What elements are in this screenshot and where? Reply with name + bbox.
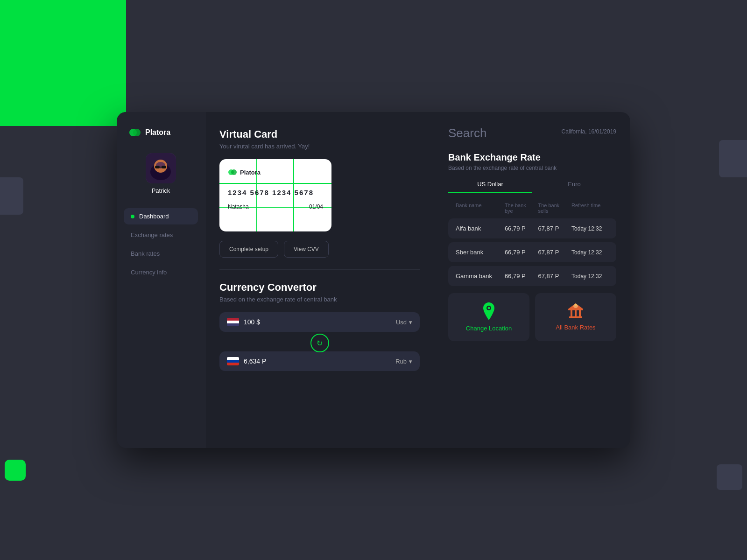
col-bank-buy: The bank bye xyxy=(505,203,536,214)
avatar-svg xyxy=(146,153,176,183)
bottom-action-cards: Change Location xyxy=(448,293,616,341)
svg-rect-7 xyxy=(162,166,166,168)
sidebar-label-bank-rates: Bank rates xyxy=(131,250,160,257)
card-number: 1234 5678 1234 5678 xyxy=(228,189,323,196)
logo-text: Platora xyxy=(145,128,170,137)
to-amount: 6,634 P xyxy=(244,357,266,365)
alfa-bank-name: Alfa bank xyxy=(456,225,502,232)
tab-usd[interactable]: US Dollar xyxy=(448,181,532,193)
logo-area: Platora xyxy=(128,126,170,139)
avatar-container: Patrick xyxy=(146,153,176,194)
card-logo-text: Platora xyxy=(240,169,261,176)
alfa-bank-time: Today 12:32 xyxy=(571,225,609,232)
swap-currency-button[interactable]: ↻ xyxy=(310,334,329,352)
alfa-bank-sell: 67,87 P xyxy=(538,225,569,232)
from-currency-label: Usd xyxy=(396,319,407,326)
currency-tabs: US Dollar Euro xyxy=(448,181,616,193)
bank-building-icon xyxy=(567,302,584,319)
view-cvv-button[interactable]: View CVV xyxy=(284,241,329,258)
change-location-label: Change Location xyxy=(466,325,512,332)
card-buttons: Complete setup View CVV xyxy=(219,241,420,258)
avatar xyxy=(146,153,176,183)
bg-accent-left xyxy=(0,177,23,215)
us-flag xyxy=(227,318,239,326)
flag-ru-red xyxy=(227,363,239,365)
logo-icon xyxy=(128,126,141,139)
gamma-bank-sell: 67,87 P xyxy=(538,273,569,280)
flag-stripe-blue xyxy=(227,323,239,326)
col-bank-sell: The bank sells xyxy=(538,203,569,214)
bg-accent-right xyxy=(719,140,747,177)
bank-row-gamma: Gamma bank 66,79 P 67,87 P Today 12:32 xyxy=(448,266,616,286)
gamma-bank-time: Today 12:32 xyxy=(571,273,609,280)
svg-rect-17 xyxy=(568,309,583,310)
bank-row-alfa: Alfa bank 66,79 P 67,87 P Today 12:32 xyxy=(448,218,616,238)
from-currency-select[interactable]: Usd ▾ xyxy=(396,319,412,326)
sber-bank-time: Today 12:32 xyxy=(571,249,609,256)
card-bottom-row: Natasha 01/04 xyxy=(228,203,323,210)
avatar-name: Patrick xyxy=(152,187,170,194)
sidebar: Platora Patric xyxy=(117,112,205,448)
location-date: California, 16/01/2019 xyxy=(562,128,616,135)
ru-flag xyxy=(227,357,239,365)
sidebar-label-dashboard: Dashboard xyxy=(139,213,169,220)
search-area: Search xyxy=(448,126,486,140)
bg-green-blob xyxy=(0,0,126,126)
svg-rect-16 xyxy=(579,310,581,316)
card-grid-h1 xyxy=(219,183,331,184)
sidebar-label-exchange-rates: Exchange rates xyxy=(131,231,173,238)
bank-table-header: Bank name The bank bye The bank sells Re… xyxy=(448,203,616,218)
svg-point-20 xyxy=(575,304,577,306)
avatar-image xyxy=(146,153,176,183)
converter-to-row: 6,634 P Rub ▾ xyxy=(219,351,420,371)
virtual-card-subtitle: Your virutal card has arrived. Yay! xyxy=(219,143,420,150)
device-container: Platora Patric xyxy=(117,112,630,448)
sidebar-item-dashboard[interactable]: Dashboard xyxy=(124,208,198,224)
card-logo-icon xyxy=(228,168,237,177)
to-currency-select[interactable]: Rub ▾ xyxy=(395,358,412,365)
all-bank-rates-label: All Bank Rates xyxy=(556,324,595,331)
virtual-card-title: Virtual Card xyxy=(219,128,420,140)
svg-point-12 xyxy=(488,307,490,309)
sidebar-item-exchange-rates[interactable]: Exchange rates xyxy=(124,227,198,243)
bank-exchange-title: Bank Exchange Rate xyxy=(448,152,616,163)
location-icon xyxy=(481,302,496,320)
svg-point-10 xyxy=(231,169,237,175)
tab-eur[interactable]: Euro xyxy=(532,181,616,193)
card-logo-row: Platora xyxy=(228,168,323,177)
gamma-bank-buy: 66,79 P xyxy=(505,273,536,280)
bank-row-sber: Sber bank 66,79 P 67,87 P Today 12:32 xyxy=(448,242,616,262)
left-panel: Virtual Card Your virutal card has arriv… xyxy=(205,112,434,448)
complete-setup-button[interactable]: Complete setup xyxy=(219,241,278,258)
svg-rect-6 xyxy=(155,166,160,168)
right-header: Search California, 16/01/2019 xyxy=(448,126,616,140)
svg-point-1 xyxy=(133,129,141,136)
sber-bank-buy: 66,79 P xyxy=(505,249,536,256)
to-currency-label: Rub xyxy=(395,358,407,365)
to-currency-chevron: ▾ xyxy=(409,358,412,365)
bg-accent-bottom-right xyxy=(717,464,742,490)
right-panel: Search California, 16/01/2019 Bank Excha… xyxy=(434,112,630,448)
svg-rect-13 xyxy=(569,316,582,318)
from-amount: 100 $ xyxy=(244,318,260,326)
sidebar-item-currency-info[interactable]: Currency info xyxy=(124,264,198,280)
convertor-title: Currency Convertor xyxy=(219,281,420,294)
converter-from-row: 100 $ Usd ▾ xyxy=(219,312,420,332)
convertor-subtitle: Based on the exchange rate of central ba… xyxy=(219,296,420,303)
svg-rect-14 xyxy=(571,310,572,316)
all-bank-rates-card[interactable]: All Bank Rates xyxy=(535,293,616,341)
card-expiry: 01/04 xyxy=(309,203,323,210)
bank-exchange-subtitle: Based on the exchange rate of central ba… xyxy=(448,165,616,171)
svg-rect-15 xyxy=(575,310,577,316)
virtual-card: Platora 1234 5678 1234 5678 Natasha 01/0… xyxy=(219,159,331,231)
sidebar-item-bank-rates[interactable]: Bank rates xyxy=(124,245,198,262)
col-refresh-time: Refresh time xyxy=(571,203,609,214)
search-title: Search xyxy=(448,126,486,140)
sber-bank-name: Sber bank xyxy=(456,249,502,256)
card-holder-name: Natasha xyxy=(228,203,249,210)
col-bank-name: Bank name xyxy=(456,203,502,214)
change-location-card[interactable]: Change Location xyxy=(448,293,529,341)
converter-to-left: 6,634 P xyxy=(227,357,266,365)
from-currency-chevron: ▾ xyxy=(409,319,412,326)
converter-from-left: 100 $ xyxy=(227,318,260,326)
